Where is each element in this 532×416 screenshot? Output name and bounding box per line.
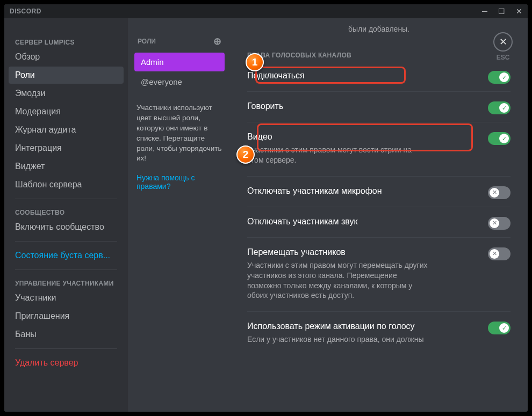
sidebar-item-template[interactable]: Шаблон сервера bbox=[9, 176, 124, 193]
sidebar-item-boost-status[interactable]: Состояние буста серв... bbox=[9, 247, 124, 264]
divider bbox=[247, 207, 511, 207]
annotation-badge-2: 2 bbox=[236, 145, 255, 164]
perm-title-mute: Отключать участникам микрофон bbox=[247, 186, 382, 196]
section-header-community: СООБЩЕСТВО bbox=[9, 205, 124, 218]
sidebar-item-enable-community[interactable]: Включить сообщество bbox=[9, 218, 124, 236]
perm-row-mute-members: Отключать участникам микрофон ✕ bbox=[247, 186, 511, 199]
perm-title-connect: Подключаться bbox=[247, 71, 305, 81]
sidebar-item-widget[interactable]: Виджет bbox=[9, 158, 124, 175]
perm-title-vad: Использовать режим активации по голосу bbox=[247, 322, 424, 331]
divider bbox=[247, 311, 511, 312]
perm-title-video: Видео bbox=[247, 132, 430, 142]
toggle-mute-members[interactable]: ✕ bbox=[488, 186, 511, 199]
toggle-video[interactable]: ✓ bbox=[488, 132, 511, 145]
toggle-deafen-members[interactable]: ✕ bbox=[488, 217, 511, 230]
divider bbox=[15, 199, 117, 199]
divider bbox=[247, 237, 511, 238]
esc-label: ESC bbox=[493, 54, 513, 61]
sidebar-item-roles[interactable]: Роли bbox=[9, 67, 124, 84]
roles-header: РОЛИ ⊕ bbox=[134, 35, 225, 53]
sidebar-item-overview[interactable]: Обзор bbox=[9, 48, 124, 65]
roles-heading-text: РОЛИ bbox=[138, 38, 156, 45]
sidebar-item-integrations[interactable]: Интеграция bbox=[9, 140, 124, 157]
perm-row-voice-activity: Использовать режим активации по голосу Е… bbox=[247, 322, 511, 348]
section-header-members-mgmt: УПРАВЛЕНИЕ УЧАСТНИКАМИ bbox=[9, 275, 124, 289]
perm-row-video: Видео Участники с этим правом могут вест… bbox=[247, 132, 511, 169]
perm-row-connect: Подключаться ✓ bbox=[247, 71, 511, 84]
sidebar-item-emoji[interactable]: Эмодзи bbox=[9, 85, 124, 102]
divider bbox=[15, 269, 117, 270]
toggle-connect[interactable]: ✓ bbox=[488, 71, 511, 84]
perm-desc-move: Участники с этим правом могут перемещать… bbox=[247, 260, 430, 301]
sidebar-item-members[interactable]: Участники bbox=[9, 289, 124, 306]
add-role-icon[interactable]: ⊕ bbox=[213, 35, 221, 47]
perm-title-move: Перемещать участников bbox=[247, 247, 430, 257]
divider bbox=[15, 348, 117, 349]
toggle-move-members[interactable]: ✕ bbox=[488, 247, 511, 260]
close-settings: ✕ ESC bbox=[493, 32, 513, 61]
roles-hint-text: Участники используют цвет высшей роли, к… bbox=[134, 103, 225, 164]
maximize-button[interactable]: ☐ bbox=[498, 7, 505, 16]
perm-desc-video: Участники с этим правом могут вести стри… bbox=[247, 145, 430, 165]
toggle-speak[interactable]: ✓ bbox=[488, 101, 511, 114]
perm-row-speak: Говорить ✓ bbox=[247, 101, 511, 114]
perm-title-speak: Говорить bbox=[247, 101, 283, 111]
sidebar-item-delete-server[interactable]: Удалить сервер bbox=[9, 354, 124, 371]
divider bbox=[247, 91, 511, 92]
minimize-button[interactable]: ─ bbox=[482, 7, 487, 16]
roles-help-link[interactable]: Нужна помощь с правами? bbox=[134, 173, 225, 191]
app-brand: DISCORD bbox=[10, 8, 41, 15]
annotation-badge-1: 1 bbox=[246, 53, 264, 71]
top-clipped-text: были добавлены. bbox=[247, 25, 511, 33]
permissions-section-title: ПРАВА ГОЛОСОВЫХ КАНАЛОВ bbox=[247, 52, 511, 59]
close-button[interactable]: ✕ bbox=[516, 7, 522, 16]
role-item-everyone[interactable]: @everyone bbox=[134, 72, 225, 91]
sidebar-item-bans[interactable]: Баны bbox=[9, 326, 124, 343]
role-item-admin[interactable]: Admin bbox=[134, 53, 225, 71]
section-header-server: СЕРВЕР LUMPICS bbox=[9, 34, 124, 48]
sidebar-item-invites[interactable]: Приглашения bbox=[9, 308, 124, 325]
permissions-panel: ✕ ESC были добавлены. ПРАВА ГОЛОСОВЫХ КА… bbox=[230, 18, 528, 412]
toggle-voice-activity[interactable]: ✓ bbox=[488, 322, 511, 334]
perm-row-deafen-members: Отключать участникам звук ✕ bbox=[247, 217, 511, 230]
perm-title-deafen: Отключать участникам звук bbox=[247, 217, 357, 227]
perm-row-move-members: Перемещать участников Участники с этим п… bbox=[247, 247, 511, 304]
window-controls: ─ ☐ ✕ bbox=[482, 7, 522, 16]
roles-list-column: РОЛИ ⊕ Admin @everyone Участники использ… bbox=[128, 18, 230, 412]
settings-sidebar: СЕРВЕР LUMPICS Обзор Роли Эмодзи Модерац… bbox=[4, 18, 128, 412]
perm-desc-vad: Если у участников нет данного права, они… bbox=[247, 334, 424, 345]
divider bbox=[247, 122, 511, 122]
divider bbox=[247, 176, 511, 177]
sidebar-item-moderation[interactable]: Модерация bbox=[9, 103, 124, 120]
titlebar: DISCORD ─ ☐ ✕ bbox=[4, 4, 528, 18]
close-icon[interactable]: ✕ bbox=[493, 32, 513, 52]
divider bbox=[15, 241, 117, 242]
sidebar-item-audit-log[interactable]: Журнал аудита bbox=[9, 121, 124, 138]
